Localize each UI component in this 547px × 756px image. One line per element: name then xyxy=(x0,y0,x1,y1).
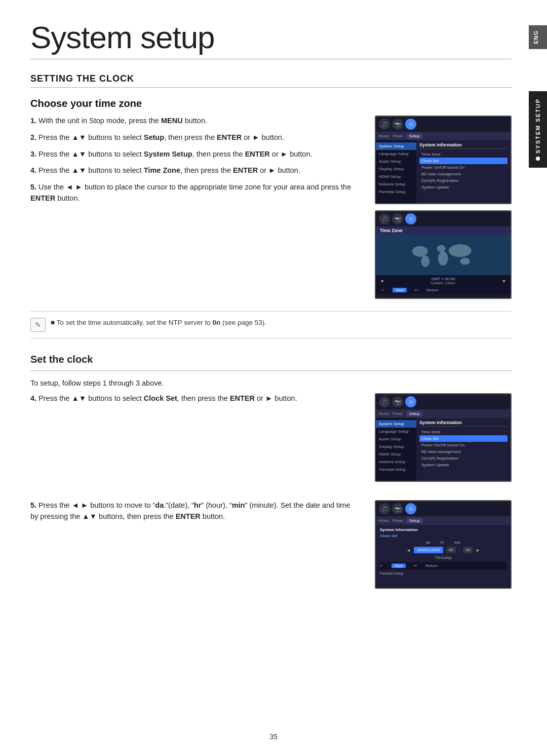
step2-bold1: Setup xyxy=(144,133,164,141)
mock-tab-photo: Photo xyxy=(393,134,403,138)
step1-bold: MENU xyxy=(161,117,183,125)
save-return-bar: ✓ Save ↩ Return xyxy=(376,286,511,294)
step-3: 3. Press the ▲▼ buttons to select System… xyxy=(30,149,360,160)
note-icon: ✎ xyxy=(30,318,46,332)
screenshot-area-3: 🎵 📷 ⚙ Music Photo Setup System Setup xyxy=(375,393,512,488)
mock-photo-icon-2: 📷 xyxy=(392,213,403,224)
mock-tab-bar-4: Music Photo Setup xyxy=(376,516,511,525)
mock-music-icon-2: 🎵 xyxy=(379,213,390,224)
save-icon: ✓ xyxy=(381,288,384,292)
mock-sidebar-language-3: Language Setup xyxy=(376,428,416,435)
mock-sidebar-parental-3: Parental Setup xyxy=(376,466,416,473)
step3-num: 3. xyxy=(30,150,36,158)
location-label: London, Lisbon xyxy=(431,281,455,285)
side-tab-dot xyxy=(536,157,540,161)
subsection1-content: 1. With the unit in Stop mode, press the… xyxy=(30,116,512,299)
save-button-mock: Save xyxy=(393,288,407,292)
clock-save-button: Save xyxy=(392,563,406,568)
mock-tab-setup: Setup xyxy=(406,133,423,139)
clock-step4-num: 4. xyxy=(30,394,36,402)
screenshot-clockset-menu: 🎵 📷 ⚙ Music Photo Setup System Setup xyxy=(375,393,512,482)
page-container: ENG SYSTEM SETUP System setup SETTING TH… xyxy=(0,0,547,756)
mock-ui-2: 🎵 📷 ⚙ Time Zone xyxy=(376,211,511,298)
step4-bold2: ENTER xyxy=(233,166,258,174)
step1-num: 1. xyxy=(30,117,36,125)
mock-sidebar-parental: Parental Setup xyxy=(376,188,416,196)
clock-step4-bold2: ENTER xyxy=(230,394,255,402)
mock-tab-photo-3: Photo xyxy=(393,411,403,416)
mock-photo-icon: 📷 xyxy=(392,119,403,130)
return-label: Return xyxy=(426,288,439,292)
world-map xyxy=(376,235,511,275)
date-value: JAN/01/2009 xyxy=(414,547,443,553)
set-clock-step5-content: 5. Press the ◄ ► buttons to move to “da.… xyxy=(30,500,512,595)
mock-sidebar-audio: Audio Setup xyxy=(376,158,416,165)
note-box: ✎ ■ To set the time automatically, set t… xyxy=(30,311,512,338)
screenshot-area-1: 🎵 📷 ⚙ Music Photo Setup System Setup xyxy=(375,116,512,299)
mock-item-timezone-3: Time Zone xyxy=(419,429,507,435)
clock-return-icon: ↩ xyxy=(414,563,417,568)
mock-timezone-title: Time Zone xyxy=(376,226,511,235)
note-text: ■ To set the time automatically, set the… xyxy=(51,318,266,328)
screenshot-timezone: 🎵 📷 ⚙ Time Zone xyxy=(375,210,512,299)
mock-tab-music-3: Music xyxy=(379,411,389,416)
mock-item-timezone: Time Zone xyxy=(419,151,507,158)
prev-arrow: ◄ xyxy=(406,548,411,553)
svg-point-1 xyxy=(412,246,428,257)
step5-hr: hr xyxy=(194,501,202,509)
time-hour: 00 xyxy=(446,547,456,553)
title-divider xyxy=(30,59,512,59)
step5-bold: ENTER xyxy=(30,194,55,202)
mock-item-power-3: Power On/Off sound On xyxy=(419,442,507,448)
svg-point-4 xyxy=(438,251,448,266)
mock-sidebar-hdmi: HDMI Setup xyxy=(376,173,416,180)
mock-sidebar-network-3: Network Setup xyxy=(376,458,416,466)
mock-item-sysupdate-3: System Update xyxy=(419,462,507,468)
mock-music-icon: 🎵 xyxy=(379,119,390,130)
mock-sidebar-display: Display Setup xyxy=(376,165,416,173)
side-tab-label: SYSTEM SETUP xyxy=(535,98,541,154)
clock-step5-num: 5. xyxy=(30,501,36,509)
page-number: 35 xyxy=(269,733,278,741)
mock-sidebar-3: System Setup Language Setup Audio Setup … xyxy=(376,418,416,481)
mock-icons-row: 🎵 📷 ⚙ xyxy=(376,117,511,132)
steps-list: 1. With the unit in Stop mode, press the… xyxy=(30,116,360,204)
parental-setup-bottom: Parental Setup xyxy=(380,572,506,575)
clock-set-title: System Information xyxy=(380,527,506,532)
mock-tab-setup-3: Setup xyxy=(406,411,423,417)
page-title: System setup xyxy=(30,20,512,55)
mock-sidebar-system-setup: System Setup xyxy=(376,142,416,150)
mock-item-divx: DivX(R) Registration xyxy=(419,177,507,184)
mock-sidebar-network: Network Setup xyxy=(376,180,416,188)
screenshot-menu: 🎵 📷 ⚙ Music Photo Setup System Setup xyxy=(375,116,512,204)
mock-tab-photo-4: Photo xyxy=(393,518,403,523)
step4-num: 4. xyxy=(30,166,36,174)
mock-setup-icon-3: ⚙ xyxy=(405,396,416,407)
system-setup-side-tab: SYSTEM SETUP xyxy=(529,91,547,168)
step5-min: min xyxy=(232,501,245,509)
mock-item-power: Power On/Off sound On xyxy=(419,164,507,171)
mock-content-area: System Setup Language Setup Audio Setup … xyxy=(376,140,511,203)
eng-tab: ENG xyxy=(529,25,547,49)
mock-tab-music: Music xyxy=(379,134,389,138)
time-min: 00 xyxy=(463,547,473,553)
mock-main-3: System Information Time Zone Clock Set P… xyxy=(416,418,511,481)
clock-save-icon: ✓ xyxy=(380,563,383,568)
note-pencil-icon: ✎ xyxy=(35,321,41,329)
step2-num: 2. xyxy=(30,133,36,141)
step5-num: 5. xyxy=(30,183,36,191)
mock-sidebar: System Setup Language Setup Audio Setup … xyxy=(376,140,416,203)
gmt-value: GMT + 00:00 xyxy=(431,277,455,281)
step3-bold2: ENTER xyxy=(245,150,270,158)
mock-icons-row-2: 🎵 📷 ⚙ xyxy=(376,211,511,226)
return-icon: ↩ xyxy=(415,288,418,292)
mock-item-bd-3: BD data management xyxy=(419,448,507,455)
set-clock-heading: Set the clock xyxy=(30,354,512,365)
svg-point-2 xyxy=(421,256,430,267)
set-clock-instructions: 4. Press the ▲▼ buttons to select Clock … xyxy=(30,393,360,410)
eng-tab-label: ENG xyxy=(533,30,539,44)
step4-bold1: Time Zone xyxy=(144,166,180,174)
clock-return-label: Return xyxy=(425,563,438,568)
mock-sidebar-language: Language Setup xyxy=(376,150,416,158)
set-clock-intro: To setup, follow steps 1 through 3 above… xyxy=(30,379,512,387)
